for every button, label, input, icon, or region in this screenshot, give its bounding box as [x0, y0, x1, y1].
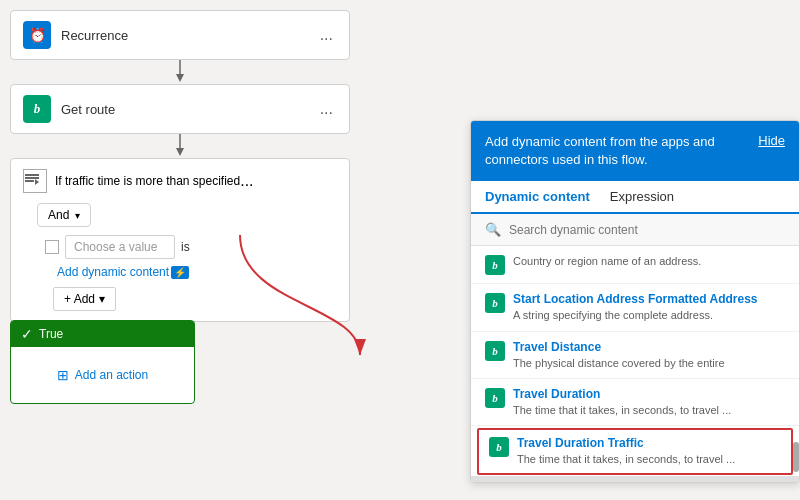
svg-rect-6	[25, 180, 34, 182]
is-label: is	[181, 240, 190, 254]
condition-title: If traffic time is more than specified	[55, 174, 240, 188]
panel-tabs: Dynamic content Expression	[471, 181, 799, 214]
chevron-down-icon: ▾	[99, 292, 105, 306]
add-button-row: + Add ▾	[53, 287, 337, 311]
scroll-thumb[interactable]	[793, 442, 799, 472]
lightning-icon: ⚡	[171, 266, 189, 279]
connector-2	[10, 134, 350, 158]
panel-search-area: 🔍	[471, 214, 799, 246]
panel-item-desc: Country or region name of an address.	[513, 254, 785, 268]
condition-ellipsis[interactable]: ...	[240, 172, 253, 190]
tab-expression[interactable]: Expression	[610, 181, 674, 214]
condition-icon	[23, 169, 47, 193]
list-item[interactable]: b Country or region name of an address.	[471, 246, 799, 284]
get-route-ellipsis[interactable]: ...	[316, 100, 337, 118]
bing-icon: b	[485, 341, 505, 361]
recurrence-card: ⏰ Recurrence ...	[10, 10, 350, 60]
panel-item-text: Country or region name of an address.	[513, 254, 785, 268]
svg-rect-4	[25, 174, 39, 176]
panel-item-title: Travel Duration	[513, 387, 785, 401]
true-header: ✓ True	[11, 321, 194, 347]
choose-value-input[interactable]: Choose a value	[65, 235, 175, 259]
main-canvas: ⏰ Recurrence ... b Get route ...	[0, 0, 800, 500]
panel-hide-button[interactable]: Hide	[758, 133, 785, 148]
and-dropdown[interactable]: And ▾	[37, 203, 91, 227]
svg-marker-3	[176, 148, 184, 156]
search-input[interactable]	[509, 223, 785, 237]
panel-item-text: Travel Distance The physical distance co…	[513, 340, 785, 370]
panel-item-title: Travel Duration Traffic	[517, 436, 781, 450]
get-route-card: b Get route ...	[10, 84, 350, 134]
panel-item-text: Start Location Address Formatted Address…	[513, 292, 785, 322]
list-item-highlighted[interactable]: b Travel Duration Traffic The time that …	[477, 428, 793, 474]
svg-marker-7	[35, 179, 39, 185]
panel-item-title: Start Location Address Formatted Address	[513, 292, 785, 306]
panel-items-list: b Country or region name of an address. …	[471, 246, 799, 476]
condition-row: Choose a value is	[45, 235, 337, 259]
panel-item-text: Travel Duration Traffic The time that it…	[517, 436, 781, 466]
condition-checkbox[interactable]	[45, 240, 59, 254]
panel-header: Add dynamic content from the apps and co…	[471, 121, 799, 181]
add-dynamic-content-link[interactable]: Add dynamic content ⚡	[57, 265, 337, 279]
chevron-down-icon: ▾	[75, 210, 80, 221]
add-action-icon: ⊞	[57, 367, 69, 383]
bing-icon: b	[485, 255, 505, 275]
recurrence-ellipsis[interactable]: ...	[316, 26, 337, 44]
panel-item-title: Travel Distance	[513, 340, 785, 354]
true-block: ✓ True ⊞ Add an action	[10, 320, 195, 404]
bing-icon: b	[485, 388, 505, 408]
recurrence-title: Recurrence	[61, 28, 316, 43]
condition-header: If traffic time is more than specified .…	[23, 169, 337, 193]
panel-item-desc: The time that it takes, in seconds, to t…	[517, 452, 781, 466]
search-icon: 🔍	[485, 222, 501, 237]
list-item[interactable]: b Travel Distance The physical distance …	[471, 332, 799, 379]
panel-item-desc: A string specifying the complete address…	[513, 308, 785, 322]
panel-header-text: Add dynamic content from the apps and co…	[485, 133, 748, 169]
scrollbar[interactable]	[471, 476, 799, 482]
flow-area: ⏰ Recurrence ... b Get route ...	[10, 10, 350, 322]
bing-route-icon: b	[23, 95, 51, 123]
get-route-title: Get route	[61, 102, 316, 117]
condition-body: And ▾ Choose a value is Add dynamic cont…	[37, 203, 337, 311]
panel-item-desc: The time that it takes, in seconds, to t…	[513, 403, 785, 417]
add-button[interactable]: + Add ▾	[53, 287, 116, 311]
condition-card: If traffic time is more than specified .…	[10, 158, 350, 322]
bing-icon: b	[489, 437, 509, 457]
add-action-body[interactable]: ⊞ Add an action	[11, 347, 194, 403]
svg-marker-1	[176, 74, 184, 82]
connector-1	[10, 60, 350, 84]
dynamic-content-panel: Add dynamic content from the apps and co…	[470, 120, 800, 483]
panel-item-desc: The physical distance covered by the ent…	[513, 356, 785, 370]
panel-item-text: Travel Duration The time that it takes, …	[513, 387, 785, 417]
recurrence-icon: ⏰	[23, 21, 51, 49]
tab-dynamic-content[interactable]: Dynamic content	[485, 181, 590, 214]
check-icon: ✓	[21, 326, 33, 342]
list-item[interactable]: b Start Location Address Formatted Addre…	[471, 284, 799, 331]
svg-rect-5	[25, 177, 39, 179]
bing-icon: b	[485, 293, 505, 313]
list-item[interactable]: b Travel Duration The time that it takes…	[471, 379, 799, 426]
